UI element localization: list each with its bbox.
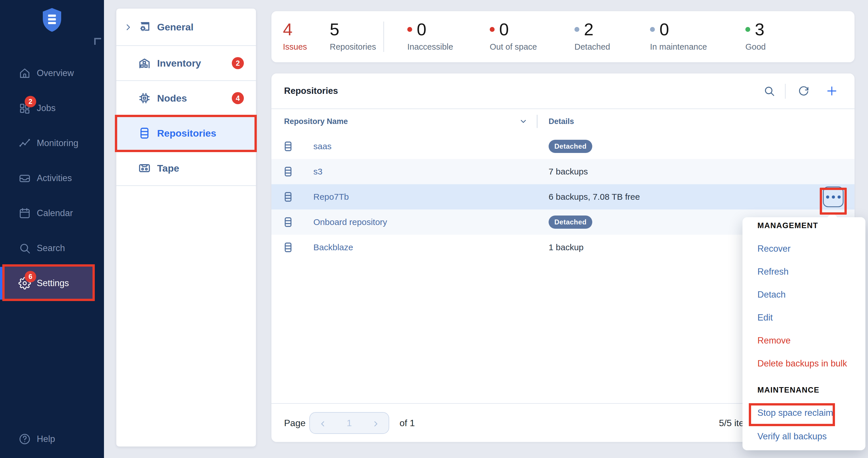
sidebar-item-label: Jobs: [37, 103, 56, 113]
current-page-number[interactable]: 1: [347, 418, 352, 428]
repository-details: 7 backups: [549, 167, 588, 176]
menu-item-stop-space-reclaim[interactable]: Stop space reclaim: [742, 401, 865, 425]
repository-icon: [282, 165, 294, 178]
menu-item-recover[interactable]: Recover: [742, 237, 865, 260]
app-logo: [38, 6, 66, 36]
panel-header: Repositories: [272, 73, 855, 109]
nodes-chip-icon: [137, 91, 151, 105]
sidebar-item-label: Help: [37, 434, 55, 444]
sidebar-item-search[interactable]: Search: [0, 231, 104, 266]
repository-details: 6 backups, 7.08 TB free: [549, 192, 640, 202]
settings-nav-inventory[interactable]: Inventory 2: [116, 46, 256, 81]
repository-name-link[interactable]: saas: [313, 141, 332, 151]
add-repository-icon[interactable]: [826, 85, 838, 97]
nodes-badge: 4: [232, 92, 244, 104]
monitoring-chart-icon: [19, 137, 31, 150]
sidebar-item-jobs[interactable]: 2 Jobs: [0, 91, 104, 126]
repositories-stack-icon: [137, 126, 151, 140]
settings-nav-label: Nodes: [157, 93, 187, 104]
column-divider: [537, 115, 537, 128]
repository-name-link[interactable]: Backblaze: [313, 242, 353, 252]
stat-label: In maintenance: [650, 42, 707, 52]
settings-nav-label: Repositories: [157, 128, 216, 139]
jobs-badge: 2: [25, 96, 36, 107]
stat-repositories: 5 Repositories: [330, 20, 376, 52]
sidebar-item-settings[interactable]: 6 Settings: [0, 266, 104, 301]
sidebar-item-monitoring[interactable]: Monitoring: [0, 126, 104, 161]
menu-item-refresh[interactable]: Refresh: [742, 260, 865, 283]
calendar-icon: [19, 207, 31, 220]
chevron-right-icon[interactable]: [124, 23, 132, 31]
repositories-summary-bar: 4 Issues 5 Repositories 0 Inaccessible 0…: [272, 11, 855, 62]
sidebar-item-label: Calendar: [37, 208, 73, 218]
panel-title: Repositories: [284, 86, 338, 96]
status-dot-red: [490, 27, 495, 32]
menu-item-detach[interactable]: Detach: [742, 283, 865, 306]
repository-icon: [282, 190, 294, 203]
stat-label: Good: [745, 42, 766, 52]
home-icon: [19, 67, 31, 79]
page-stepper: 1: [309, 412, 389, 434]
column-repository-name[interactable]: Repository Name: [284, 117, 348, 126]
general-window-gear-icon: [137, 20, 151, 34]
row-actions-context-menu: MANAGEMENT Recover Refresh Detach Edit R…: [742, 217, 865, 450]
menu-item-delete-backups-in-bulk[interactable]: Delete backups in bulk: [742, 352, 865, 375]
stat-value: 3: [755, 20, 764, 39]
repository-name-link[interactable]: Onboard repository: [313, 217, 387, 227]
detached-status-badge: Detached: [549, 140, 592, 153]
activities-inbox-icon: [19, 172, 31, 185]
stat-label: Inaccessible: [407, 42, 453, 52]
menu-item-verify-all-backups[interactable]: Verify all backups: [742, 425, 865, 448]
settings-nav-nodes[interactable]: Nodes 4: [116, 81, 256, 116]
stat-issues: 4 Issues: [283, 20, 307, 52]
stat-value: 0: [499, 20, 508, 39]
stat-value: 4: [283, 20, 292, 39]
repository-icon: [282, 241, 294, 254]
refresh-icon[interactable]: [798, 85, 810, 97]
repository-name-link[interactable]: s3: [313, 167, 322, 176]
stat-label: Issues: [283, 42, 307, 52]
sidebar-item-activities[interactable]: Activities: [0, 161, 104, 196]
table-row-selected[interactable]: Repo7Tb 6 backups, 7.08 TB free: [272, 184, 855, 209]
repository-name-link[interactable]: Repo7Tb: [313, 192, 349, 202]
previous-page-icon[interactable]: [319, 419, 327, 427]
active-indicator-bar: [0, 267, 3, 300]
status-dot-slate: [575, 27, 579, 32]
settings-nav-general[interactable]: General: [116, 9, 256, 46]
chevron-down-icon[interactable]: [519, 117, 528, 126]
status-dot-red: [407, 27, 412, 32]
stat-in-maintenance: 0 In maintenance: [650, 20, 707, 52]
repository-details: 1 backup: [549, 242, 584, 252]
menu-item-edit[interactable]: Edit: [742, 306, 865, 329]
inventory-warehouse-icon: [137, 56, 151, 70]
stat-label: Detached: [575, 42, 610, 52]
stat-inaccessible: 0 Inaccessible: [407, 20, 453, 52]
stat-label: Out of space: [490, 42, 537, 52]
search-icon[interactable]: [763, 85, 775, 97]
stat-detached: 2 Detached: [575, 20, 610, 52]
column-details[interactable]: Details: [549, 117, 574, 126]
row-actions-ellipsis-button[interactable]: [823, 187, 844, 207]
sidebar-item-overview[interactable]: Overview: [0, 56, 104, 91]
settings-nav-panel: General Inventory 2 Nodes 4 Repositories…: [116, 9, 256, 447]
sidebar-item-help[interactable]: Help: [0, 422, 104, 457]
next-page-icon[interactable]: [372, 419, 379, 427]
settings-nav-repositories[interactable]: Repositories: [116, 116, 256, 151]
sidebar-collapse-icon[interactable]: [94, 38, 101, 45]
table-row[interactable]: s3 7 backups: [272, 159, 855, 184]
sidebar-item-label: Monitoring: [37, 138, 79, 149]
stat-value: 5: [330, 20, 339, 39]
stats-divider: [383, 22, 384, 52]
settings-badge: 6: [25, 271, 36, 282]
settings-nav-tape[interactable]: Tape: [116, 151, 256, 186]
inventory-badge: 2: [232, 57, 244, 69]
primary-sidebar: Overview 2 Jobs Monitoring Activities: [0, 0, 104, 458]
menu-item-remove[interactable]: Remove: [742, 329, 865, 352]
stat-value: 0: [659, 20, 669, 39]
tape-icon: [137, 161, 151, 175]
status-dot-slate: [650, 27, 655, 32]
sidebar-item-label: Search: [37, 243, 65, 253]
stat-value: 0: [417, 20, 426, 39]
table-row[interactable]: saas Detached: [272, 134, 855, 159]
sidebar-item-calendar[interactable]: Calendar: [0, 196, 104, 231]
